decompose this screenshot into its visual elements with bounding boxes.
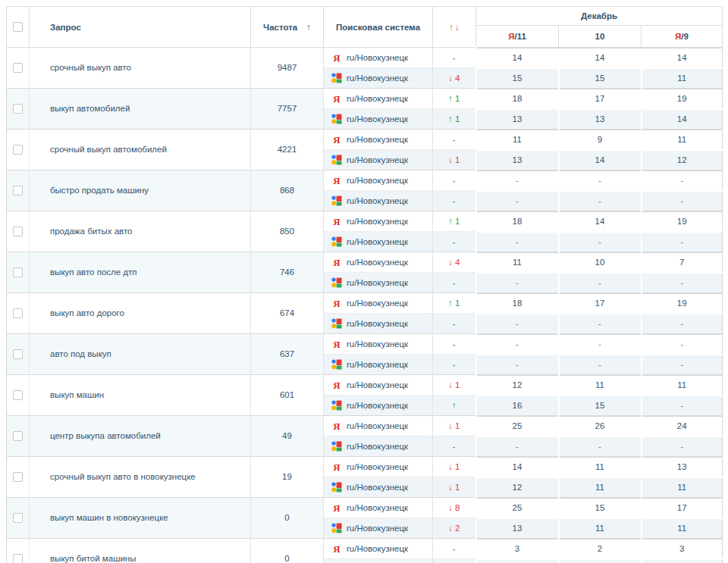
- position-value: 11: [677, 135, 686, 144]
- position-cell: -: [476, 559, 559, 563]
- search-engine-cell: ru/Новокузнецк: [324, 477, 433, 498]
- engine-region-label: ru/Новокузнецк: [347, 258, 408, 267]
- change-cell: ↑1: [433, 211, 476, 232]
- position-value: -: [598, 237, 601, 246]
- position-cell: 13: [476, 109, 559, 130]
- change-cell: -: [433, 334, 476, 355]
- row-checkbox[interactable]: [13, 227, 23, 236]
- frequency-cell: 4221: [251, 130, 324, 170]
- query-cell: срочный выкуп авто в новокузнецке: [30, 457, 251, 498]
- query-column-header[interactable]: Запрос: [30, 7, 251, 48]
- row-checkbox[interactable]: [13, 186, 23, 195]
- position-cell: 19: [642, 211, 723, 232]
- no-change-dash: -: [453, 279, 455, 287]
- search-engine-cell: Яru/Новокузнецк: [324, 416, 433, 436]
- change-up-icon: ↑: [448, 299, 453, 308]
- change-cell: ↓1: [433, 375, 476, 396]
- search-engine-cell: Яru/Новокузнецк: [324, 48, 433, 68]
- query-label: выкуп битой машины: [50, 554, 136, 563]
- search-engine-cell: Яru/Новокузнецк: [324, 457, 433, 477]
- date-header-3[interactable]: Я/9: [642, 26, 723, 48]
- frequency-value: 4221: [278, 145, 297, 154]
- change-cell: -: [433, 273, 476, 293]
- frequency-column-header[interactable]: Частота↑: [251, 7, 324, 48]
- row-checkbox[interactable]: [13, 349, 23, 359]
- position-value: 14: [595, 217, 605, 226]
- frequency-cell: 49: [251, 416, 324, 457]
- yandex-icon: Я: [331, 458, 342, 477]
- date-header-1[interactable]: Я/11: [476, 26, 559, 48]
- position-cell: -: [559, 232, 642, 252]
- position-cell: 17: [559, 293, 642, 314]
- frequency-cell: 19: [251, 457, 324, 498]
- position-value: 3: [679, 544, 684, 553]
- position-value: 15: [595, 503, 605, 512]
- engine-region-label: ru/Новокузнецк: [347, 114, 408, 124]
- no-change-dash: -: [453, 320, 455, 328]
- row-checkbox[interactable]: [13, 513, 23, 523]
- engine-region-label: ru/Новокузнецк: [347, 319, 408, 328]
- query-label: выкуп автомобилей: [50, 104, 130, 113]
- engine-region-label: ru/Новокузнецк: [347, 401, 408, 410]
- engine-region-label: ru/Новокузнецк: [347, 544, 408, 553]
- position-value: 11: [513, 258, 522, 267]
- yandex-icon: Я: [331, 253, 342, 272]
- change-cell: ↓1: [433, 150, 476, 170]
- position-value: 14: [595, 53, 605, 62]
- yandex-icon: Я: [331, 294, 342, 313]
- row-checkbox[interactable]: [13, 554, 23, 563]
- change-cell: -: [433, 355, 476, 375]
- select-all-checkbox[interactable]: [13, 22, 23, 32]
- position-value: 17: [677, 503, 687, 512]
- row-checkbox[interactable]: [13, 472, 23, 482]
- position-value: 11: [595, 380, 604, 389]
- position-value: -: [680, 360, 683, 369]
- engine-region-label: ru/Новокузнецк: [347, 421, 408, 430]
- search-engine-cell: ru/Новокузнецк: [324, 150, 433, 170]
- position-cell: 25: [476, 416, 559, 436]
- row-checkbox[interactable]: [13, 308, 23, 318]
- frequency-cell: 0: [251, 498, 324, 539]
- change-column-header[interactable]: ↑↓: [433, 7, 476, 48]
- position-cell: 18: [476, 293, 559, 314]
- search-engine-cell: Яru/Новокузнецк: [324, 375, 433, 396]
- row-checkbox[interactable]: [13, 267, 23, 277]
- position-value: 19: [677, 94, 687, 103]
- position-value: 19: [677, 217, 687, 226]
- frequency-cell: 7757: [251, 89, 324, 130]
- position-cell: 2: [559, 539, 642, 559]
- row-checkbox[interactable]: [13, 145, 23, 155]
- row-checkbox[interactable]: [13, 390, 23, 400]
- google-icon: [331, 482, 342, 491]
- position-value: -: [680, 237, 683, 246]
- position-cell: -: [642, 170, 723, 191]
- date-header-2[interactable]: 10: [559, 26, 642, 48]
- position-value: 15: [513, 74, 522, 83]
- query-cell: выкуп авто дорого: [30, 293, 251, 334]
- row-checkbox[interactable]: [13, 431, 23, 441]
- change-down-icon: ↓: [448, 155, 453, 164]
- table-row: авто под выкуп637Яru/Новокузнецк----: [7, 334, 723, 355]
- position-value: 11: [595, 483, 604, 492]
- position-value: 25: [513, 421, 522, 430]
- position-value: 9: [598, 135, 602, 144]
- position-cell: 14: [642, 48, 723, 68]
- change-down-icon: ↓: [448, 524, 453, 533]
- position-value: 13: [595, 114, 605, 124]
- change-down-icon: ↓: [448, 380, 453, 389]
- query-label: выкуп машин в новокузнецке: [50, 513, 168, 522]
- change-cell: ↓8: [433, 498, 476, 518]
- position-value: -: [680, 196, 683, 205]
- table-row: выкуп битой машины0Яru/Новокузнецк-323: [7, 539, 723, 559]
- change-cell: -: [433, 48, 476, 68]
- query-cell: выкуп автомобилей: [30, 89, 251, 130]
- position-cell: -: [642, 559, 723, 563]
- engine-region-label: ru/Новокузнецк: [347, 299, 408, 308]
- position-cell: 12: [476, 477, 559, 498]
- row-checkbox[interactable]: [13, 63, 23, 73]
- position-cell: 11: [642, 518, 723, 539]
- position-value: 11: [677, 380, 686, 389]
- position-cell: 7: [642, 252, 723, 273]
- row-checkbox[interactable]: [13, 104, 23, 114]
- engine-region-label: ru/Новокузнецк: [347, 196, 408, 205]
